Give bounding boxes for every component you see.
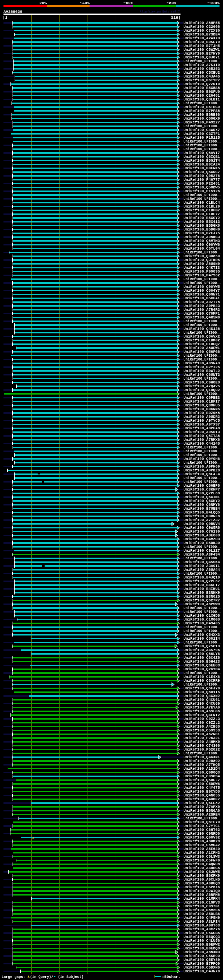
svg-text:~60%: ~60% bbox=[124, 1, 133, 5]
svg-text:~80%: ~80% bbox=[167, 1, 176, 5]
svg-text:318|: 318| bbox=[171, 15, 181, 20]
svg-text:Large gaps:: Large gaps: bbox=[2, 975, 27, 979]
svg-text:(in Query)/: (in Query)/ bbox=[30, 975, 53, 979]
svg-text:AlignView.pm Beta rel.7: AlignView.pm Beta rel.7 bbox=[140, 10, 180, 14]
svg-text:UniRef100_C4JNX0: UniRef100_C4JNX0 bbox=[184, 969, 220, 974]
svg-text:=50char.: =50char. bbox=[162, 975, 180, 979]
svg-text:|1: |1 bbox=[3, 15, 8, 20]
svg-text:~100%: ~100% bbox=[207, 1, 220, 5]
svg-text:(in Subject): (in Subject) bbox=[56, 975, 83, 979]
svg-text:~40%: ~40% bbox=[80, 1, 90, 5]
svg-text:AV389629: AV389629 bbox=[3, 10, 22, 14]
svg-text:20%: 20% bbox=[39, 1, 47, 5]
